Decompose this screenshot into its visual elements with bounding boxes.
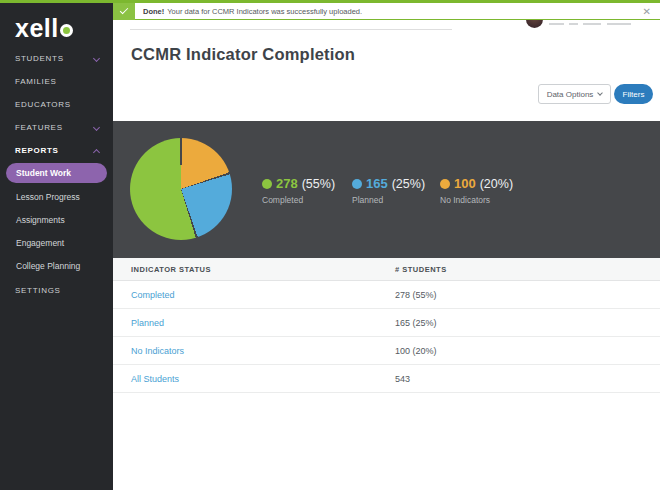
legend-item-planned: 165 (25%) Planned [352,176,425,205]
chevron-down-icon [598,90,604,96]
legend-dot-planned [352,179,362,189]
chevron-down-icon [93,124,100,131]
user-menu-text-clipped [607,23,631,25]
column-header-indicator-status: INDICATOR STATUS [131,265,211,274]
status-link-completed[interactable]: Completed [131,290,175,300]
close-icon[interactable]: ✕ [643,5,651,18]
filters-button[interactable]: Filters [614,84,653,104]
sidebar-item-families[interactable]: FAMILIES [15,75,105,89]
legend-label: Completed [262,195,335,205]
sidebar-item-settings[interactable]: SETTINGS [15,284,105,298]
chevron-up-icon [93,149,100,156]
xello-logo[interactable]: xell [15,14,73,43]
user-menu-text-clipped [549,23,564,25]
header-divider [130,29,452,30]
user-menu-text-clipped [569,23,578,25]
sidebar-item-features[interactable]: FEATURES [15,121,105,135]
sidebar-item-reports[interactable]: REPORTS [15,144,105,158]
success-check-box [113,3,135,20]
status-link-all-students[interactable]: All Students [131,374,179,384]
user-menu-text-clipped [583,23,601,25]
toast-top-border [0,0,660,3]
legend-value: 100 [454,176,476,191]
sidebar-item-lesson-progress[interactable]: Lesson Progress [16,191,80,204]
app-screen: xell STUDENTS FAMILIES EDUCATORS FEATURE… [0,0,660,490]
legend-dot-no-indicators [440,179,450,189]
sidebar-item-assignments[interactable]: Assignments [16,214,65,227]
students-value: 543 [395,374,410,384]
legend-value: 165 [366,176,388,191]
column-header-students: # STUDENTS [395,265,447,274]
chart-panel: 278 (55%) Completed 165 (25%) Planned 10… [113,121,660,258]
indicator-table: INDICATOR STATUS # STUDENTS Completed 27… [113,258,660,393]
status-link-planned[interactable]: Planned [131,318,164,328]
table-row: Planned 165 (25%) [113,309,660,337]
table-row: All Students 543 [113,365,660,393]
check-icon [120,6,128,14]
sidebar-item-educators[interactable]: EDUCATORS [15,98,105,112]
pie-chart [130,138,232,240]
logo-o-icon [60,24,73,37]
legend-percent: (20%) [480,177,513,191]
table-row: No Indicators 100 (20%) [113,337,660,365]
table-row: Completed 278 (55%) [113,281,660,309]
page-title: CCMR Indicator Completion [131,45,355,64]
students-value: 100 (20%) [395,346,437,356]
legend-item-no-indicators: 100 (20%) No Indicators [440,176,513,205]
table-header-row: INDICATOR STATUS # STUDENTS [113,258,660,281]
students-value: 278 (55%) [395,290,437,300]
status-link-no-indicators[interactable]: No Indicators [131,346,184,356]
legend-percent: (55%) [302,177,335,191]
sidebar: xell STUDENTS FAMILIES EDUCATORS FEATURE… [0,0,113,490]
legend-label: Planned [352,195,425,205]
toast-message: Done!Your data for CCMR Indicators was s… [143,7,362,16]
students-value: 165 (25%) [395,318,437,328]
legend-value: 278 [276,176,298,191]
legend-label: No Indicators [440,195,513,205]
sidebar-item-student-work[interactable]: Student Work [6,163,107,183]
legend-item-completed: 278 (55%) Completed [262,176,335,205]
sidebar-item-students[interactable]: STUDENTS [15,52,105,66]
chevron-down-icon [93,55,100,62]
data-options-button[interactable]: Data Options [538,84,611,104]
sidebar-item-college-planning[interactable]: College Planning [16,260,80,273]
legend-percent: (25%) [392,177,425,191]
success-toast: Done!Your data for CCMR Indicators was s… [113,3,660,20]
legend-dot-completed [262,179,272,189]
sidebar-item-engagement[interactable]: Engagement [16,237,64,250]
